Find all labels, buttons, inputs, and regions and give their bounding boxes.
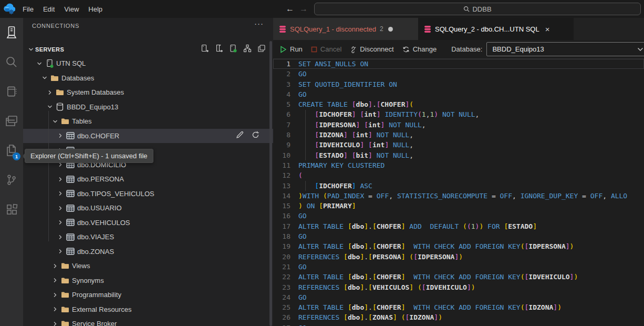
extensions-icon[interactable] [0,195,23,224]
chevron-down-icon[interactable] [50,119,59,124]
folder-icon [59,291,71,298]
chevron-right-icon[interactable] [56,133,65,138]
chevron-right-icon[interactable] [56,206,65,211]
more-actions-icon[interactable]: ··· [254,19,264,28]
source-control-icon[interactable] [0,165,23,195]
chevron-down-icon[interactable] [45,104,54,109]
notebooks-icon[interactable] [0,77,23,106]
database-icon [54,103,66,111]
code-line: 2GO [273,69,644,79]
tree-item-dbo-vehiculos[interactable]: dbo.VEHICULOS [23,216,273,230]
tree-item-synonyms[interactable]: Synonyms [23,273,273,288]
tree-item-views[interactable]: Views [23,259,273,273]
refresh-icon[interactable] [252,131,259,140]
code-text: GO [298,323,307,326]
code-line: 21GO [273,262,644,272]
activity-bar: 1 [0,18,23,326]
chevron-down-icon[interactable] [40,75,49,80]
menu-file[interactable]: File [18,0,38,18]
new-connection-icon[interactable] [201,44,209,53]
unsaved-dot-icon[interactable] [388,27,393,32]
tree-item-dbo-chofer[interactable]: dbo.CHOFER [23,129,273,144]
tree-item-programmability[interactable]: Programmability [23,288,273,302]
menu-help[interactable]: Help [84,0,107,18]
chevron-right-icon[interactable] [50,321,59,326]
tree-item-dbo-usuario[interactable]: dbo.USUARIO [23,201,273,216]
chevron-right-icon[interactable] [50,263,59,269]
code-line: 17ALTER TABLE [dbo].[CHOFER] ADD DEFAULT… [273,221,644,231]
tree-item-utn-sql[interactable]: UTN SQL [23,56,273,71]
chevron-right-icon[interactable] [56,177,65,182]
tree-item-label: dbo.PERSONA [76,175,124,183]
menu-bar: File Edit View Help [18,0,107,18]
chevron-right-icon[interactable] [50,278,59,283]
code-line: 6 [IDCHOFER] [int] IDENTITY(1,1) NOT NUL… [273,109,644,119]
tree-item-tables[interactable]: Tables [23,114,273,129]
line-number: 1 [273,59,298,69]
tree-item-dbo-tipos-vehiculos[interactable]: dbo.TIPOS_VEHICULOS [23,187,273,201]
tree-item-external-resources[interactable]: External Resources [23,302,273,317]
chevron-down-icon[interactable] [26,47,35,52]
menu-view[interactable]: View [59,0,84,18]
tree-item-databases[interactable]: Databases [23,71,273,86]
code-text: CREATE TABLE [dbo].[CHOFER]( [298,99,413,109]
tree-item-dbo-persona[interactable]: dbo.PERSONA [23,172,273,187]
collapse-all-icon[interactable] [257,44,266,53]
chevron-down-icon[interactable] [35,61,44,66]
tab-label: SQLQuery_1 - disconnected [290,25,376,33]
tree-item-label: dbo.VEHICULOS [76,219,130,227]
code-text: ALTER TABLE [dbo].[CHOFER] WITH CHECK AD… [298,241,574,251]
code-text: [IDCHOFER] ASC [298,181,372,191]
chevron-right-icon[interactable] [56,220,65,225]
tree-item-system-databases[interactable]: System Databases [23,85,273,100]
close-icon[interactable]: × [545,25,550,34]
chevron-right-icon[interactable] [50,292,59,298]
sql-editor[interactable]: 1SET ANSI_NULLS ON2GO3SET QUOTED_IDENTIF… [273,59,644,326]
edit-data-icon[interactable] [236,131,244,140]
tab-bar: SQLQuery_1 - disconnected 2 SQLQuery_2 -… [273,18,644,40]
tree-item-dbo-viajes[interactable]: dbo.VIAJES [23,230,273,244]
search-icon[interactable] [0,47,23,77]
code-text: [IDCHOFER] [int] IDENTITY(1,1) NOT NULL, [298,109,479,119]
new-server-group-icon[interactable] [215,44,223,53]
run-button[interactable]: Run [280,45,303,53]
sidebar-scrollbar[interactable] [269,41,272,326]
database-dropdown[interactable]: BBDD_Equipo13 [486,42,644,56]
chevron-right-icon[interactable] [56,191,65,196]
tree-item-label: System Databases [66,88,124,96]
explorer-icon[interactable]: 1 [0,136,23,165]
chevron-right-icon[interactable] [56,235,65,240]
active-connections-icon[interactable] [229,44,237,53]
tree-item-label: dbo.CHOFER [76,132,119,140]
tab-sqlquery2[interactable]: SQLQuery_2 - dbo.CH...UTN SQL × [418,18,574,40]
code-text: ) ON [PRIMARY] [298,201,356,211]
line-number: 16 [273,211,298,221]
code-text: [IDZONA] [int] NOT NULL, [298,130,413,140]
tree-item-dbo-zonas[interactable]: dbo.ZONAS [23,244,273,259]
command-center-search[interactable]: DDBB [314,3,641,15]
tree-item-bbdd-equipo13[interactable]: BBDD_Equipo13 [23,100,273,115]
servers-section-header[interactable]: SERVERS [23,42,273,56]
code-text: ( [298,170,303,180]
change-connection-button[interactable]: Change [402,45,437,53]
chevron-right-icon[interactable] [56,249,65,254]
connections-icon[interactable] [0,18,23,47]
code-line: 14)WITH (PAD_INDEX = OFF, STATISTICS_NOR… [273,191,644,201]
line-number: 13 [273,181,298,191]
cancel-button: Cancel [311,45,341,53]
code-text: ALTER TABLE [dbo].[CHOFER] ADD DEFAULT (… [298,221,537,231]
tab-sqlquery1[interactable]: SQLQuery_1 - disconnected 2 [273,18,418,40]
navigate-forward-icon[interactable]: → [299,4,308,14]
menu-edit[interactable]: Edit [38,0,59,18]
code-line: 15) ON [PRIMARY] [273,201,644,211]
chevron-right-icon[interactable] [45,90,54,95]
tree-item-service-broker[interactable]: Service Broker [23,317,273,326]
navigate-back-icon[interactable]: ← [286,4,294,14]
connection-tree-icon[interactable] [243,44,252,53]
code-line: 22ALTER TABLE [dbo].[CHOFER] WITH CHECK … [273,272,644,282]
query-history-icon[interactable] [0,106,23,136]
chevron-right-icon[interactable] [50,307,59,312]
line-number: 10 [273,150,298,160]
code-text: REFERENCES [dbo].[ZONAS] ([IDZONA]) [298,312,442,322]
disconnect-button[interactable]: Disconnect [350,45,393,53]
